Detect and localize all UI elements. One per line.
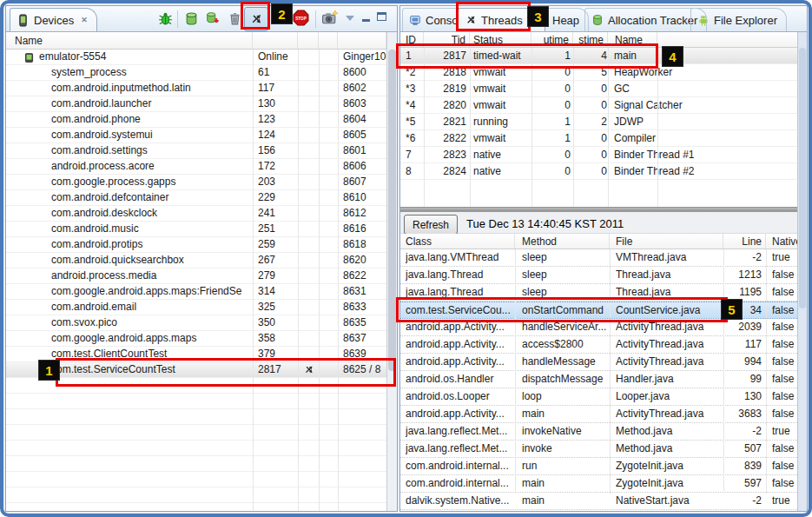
update-heap-icon[interactable] (184, 11, 200, 27)
scrollbar-thumb[interactable] (799, 48, 806, 308)
tab-file-explorer[interactable]: File Explorer (690, 8, 787, 31)
process-row[interactable]: com.android.quicksearchbox 267 8620 (6, 253, 386, 268)
thread-row[interactable]: 8 2824 native 0 0 Binder Thread #2 (400, 163, 797, 180)
thread-name: Binder Thread #2 (614, 163, 744, 179)
stack-frame-row[interactable]: dalvik.system.Native... main NativeStart… (400, 493, 797, 510)
tab-allocation-tracker[interactable]: Allocation Tracker (584, 8, 707, 31)
stack-native: false (772, 319, 796, 335)
process-row[interactable]: system_process 61 8600 (6, 65, 386, 81)
column-divider (424, 48, 425, 207)
process-row[interactable]: com.google.android.apps.maps:FriendSe 31… (6, 284, 386, 300)
process-row[interactable]: com.android.protips 259 8618 (6, 237, 386, 253)
process-row[interactable]: android.process.acore 172 8606 (6, 159, 386, 175)
process-row[interactable]: com.android.inputmethod.latin 117 8602 (6, 81, 386, 96)
maximize-icon[interactable] (377, 12, 386, 21)
process-row[interactable]: com.google.process.gapps 203 8607 (6, 175, 386, 190)
stop-process-icon[interactable]: STOP (293, 10, 308, 25)
stack-file: Looper.java (616, 388, 722, 405)
dump-hprof-icon[interactable] (205, 11, 221, 27)
process-name: com.android.defcontainer (51, 190, 251, 205)
column-header-line[interactable]: Line (723, 234, 766, 249)
stack-frame-row[interactable]: java.lang.reflect.Met... invoke Method.j… (400, 441, 797, 458)
process-row[interactable]: com.android.music 251 8616 (6, 222, 386, 237)
view-menu-icon[interactable] (346, 16, 354, 21)
thread-utime: 0 (532, 97, 571, 113)
thread-row[interactable]: 7 2823 native 0 0 Binder Thread #1 (400, 147, 797, 163)
thread-utime: 0 (532, 81, 571, 96)
stack-native: true (772, 493, 796, 509)
stack-frame-row[interactable]: java.lang.VMThread sleep VMThread.java -… (400, 249, 797, 267)
stack-file: ActivityThread.java (616, 319, 722, 335)
process-row[interactable]: com.test.ServiceCountTest 2817 8625 / 8 (6, 362, 386, 378)
thread-row[interactable]: *2 2818 vmwait 0 5 HeapWorker (400, 64, 797, 81)
process-port: 8607 (343, 175, 386, 189)
column-header-name[interactable]: Name (608, 32, 657, 47)
column-header-utime[interactable]: utime (531, 32, 573, 47)
stack-frame-row[interactable]: com.android.internal... main ZygoteInit.… (400, 475, 797, 493)
debug-attach-icon[interactable] (158, 11, 174, 27)
stack-method: sleep (522, 249, 608, 266)
column-header[interactable] (338, 32, 386, 49)
process-row[interactable]: com.android.phone 123 8604 (6, 112, 386, 128)
console-icon (409, 14, 421, 26)
refresh-button[interactable]: Refresh (404, 215, 458, 235)
screen-capture-icon[interactable] (321, 10, 337, 25)
process-row[interactable]: com.android.defcontainer 229 8610 (6, 190, 386, 206)
process-row[interactable]: com.svox.pico 350 8635 (6, 315, 386, 331)
refresh-bar: Refresh Tue Dec 13 14:40:45 KST 2011 (400, 209, 797, 234)
process-row[interactable]: android.process.media 279 8622 (6, 268, 386, 284)
update-threads-icon (249, 12, 263, 26)
stack-frame-row[interactable]: java.lang.reflect.Met... invokeNative Me… (400, 423, 797, 441)
column-header[interactable] (253, 32, 298, 49)
thread-row[interactable]: *6 2822 vmwait 1 0 Compiler (400, 130, 797, 147)
stack-frame-row[interactable]: android.app.Activity... handleServiceAr.… (400, 319, 797, 336)
update-threads-button[interactable] (244, 7, 268, 31)
thread-row[interactable]: 1 2817 timed-wait 1 4 main (400, 48, 797, 64)
column-header-tid[interactable]: Tid (424, 32, 470, 47)
thread-name: GC (614, 81, 744, 96)
column-header[interactable] (319, 32, 338, 49)
column-header-name[interactable]: Name (6, 32, 253, 49)
column-header-native[interactable]: Native (766, 234, 797, 249)
column-header-stime[interactable]: stime (573, 32, 608, 47)
column-header-file[interactable]: File (610, 234, 723, 249)
column-header-method[interactable]: Method (515, 234, 610, 249)
cause-gc-icon[interactable] (228, 11, 243, 27)
process-pid: 314 (258, 284, 296, 299)
process-row[interactable]: com.android.launcher 130 8603 (6, 96, 386, 112)
thread-row[interactable]: *4 2820 vmwait 0 0 Signal Catcher (400, 97, 797, 114)
toolbar-separator (177, 10, 178, 28)
column-header-status[interactable]: Status (470, 32, 531, 47)
devices-scrollbar[interactable] (386, 32, 397, 511)
stack-frame-row[interactable]: android.os.Handler dispatchMessage Handl… (400, 371, 797, 388)
stack-frame-row[interactable]: java.lang.Thread sleep Thread.java 1213 … (400, 267, 797, 284)
stack-frame-row[interactable]: android.app.Activity... handleMessage Ac… (400, 354, 797, 371)
stack-frame-row[interactable]: com.android.internal... run ZygoteInit.j… (400, 458, 797, 475)
threads-view: Console Threads ✕ Heap Allocation Track (399, 5, 808, 512)
process-row[interactable]: com.android.settings 156 8601 (6, 143, 386, 159)
thread-row[interactable]: *5 2821 running 1 2 JDWP (400, 114, 797, 130)
process-port: 8631 (343, 284, 386, 299)
stack-frame-row[interactable]: android.app.Activity... access$2800 Acti… (400, 336, 797, 354)
stack-frame-row[interactable]: android.os.Looper loop Looper.java 130 f… (400, 388, 797, 406)
process-row[interactable]: com.google.android.apps.maps 358 8637 (6, 331, 386, 347)
close-icon[interactable]: ✕ (81, 16, 88, 24)
stack-frame-row[interactable]: android.app.Activity... main ActivityThr… (400, 406, 797, 423)
thread-row[interactable]: *3 2819 vmwait 0 0 GC (400, 81, 797, 97)
column-header-class[interactable]: Class (400, 234, 515, 249)
column-header-id[interactable]: ID (400, 32, 424, 47)
process-row[interactable]: com.android.email 325 8633 (6, 300, 386, 315)
tab-devices[interactable]: Devices ✕ (10, 8, 97, 31)
thread-name: Compiler (614, 130, 744, 146)
scrollbar-thumb[interactable] (388, 50, 396, 371)
process-row[interactable]: com.android.deskclock 241 8612 (6, 206, 386, 222)
process-row[interactable]: com.android.systemui 124 8605 (6, 128, 386, 143)
stack-file: NativeStart.java (616, 493, 722, 509)
process-row[interactable]: com.test.ClientCountTest 379 8639 (6, 347, 386, 362)
device-row[interactable]: emulator-5554 Online Ginger10 (6, 50, 386, 65)
thread-stime: 0 (576, 130, 607, 146)
column-header[interactable] (298, 32, 319, 49)
minimize-icon[interactable] (362, 13, 372, 22)
thread-name: Binder Thread #1 (614, 147, 744, 162)
threads-scrollbar[interactable] (797, 32, 807, 511)
